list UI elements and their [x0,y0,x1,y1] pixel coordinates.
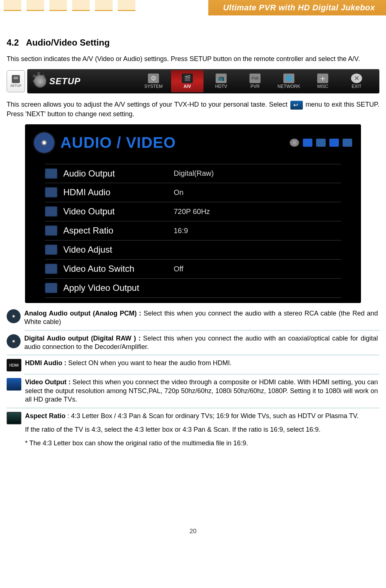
av-setting-row[interactable]: Video Adjust [45,240,341,260]
desc-title: HDMI Audio : [25,359,68,367]
top-item-label: A/V [184,84,191,89]
setup-key-label: SETUP [10,84,21,88]
misc-icon [317,74,328,83]
setup-logo-label: SETUP [49,76,81,86]
top-menu-item-system[interactable]: SYSTEM [137,70,170,92]
av-setting-row[interactable]: Aspect Ratio16:9 [45,221,341,240]
av-setting-row[interactable]: Audio OutputDigital(Raw) [45,164,341,183]
top-menu-item-pvr[interactable]: PVRPVR [239,70,271,92]
av-setting-row[interactable]: Apply Video Output [45,279,341,298]
top-menu-item-exit[interactable]: EXIT [340,70,373,92]
gear-icon [34,75,46,88]
desc-digital-audio: Digital Audio output (Digital RAW ) : Se… [7,333,379,353]
top-item-label: NETWORK [277,84,300,89]
setting-descriptions: Analog Audio output (Analog PCM) : Selec… [7,308,379,454]
header-title: Ultimate PVR with HD Digital Jukebox [223,3,375,13]
setting-label: Apply Video Output [63,283,174,293]
section-heading: 4.2 Audio/Video Setting [7,38,379,48]
page-header: Ultimate PVR with HD Digital Jukebox [0,0,386,15]
top-item-label: PVR [251,84,260,89]
disc-icon [34,132,54,153]
setup-logo: SETUP [34,75,81,88]
post-bar-paragraph: This screen allows you to adjust the A/V… [7,100,379,118]
desc-body: : 4:3 Letter Box / 4:3 Pan & Scan for or… [65,412,359,420]
audio-video-panel: AUDIO / VIDEO Audio OutputDigital(Raw)HD… [25,124,361,303]
header-accent-tabs [0,0,135,15]
top-item-label: MISC [317,84,328,89]
top-menu-item-network[interactable]: NETWORK [273,70,305,92]
desc-title: Aspect Ratio [25,412,65,420]
separator [7,407,379,409]
setting-label: HDMI Audio [63,187,174,197]
setting-icon [45,245,57,255]
header-tab [26,0,44,11]
setup-menu-figure: SETUP SETUP SYSTEMA/VHDTVPVRPVRNETWORKMI… [7,69,379,93]
top-menu-item-misc[interactable]: MISC [307,70,339,92]
setting-value: Off [174,265,183,273]
setting-label: Video Adjust [63,245,174,255]
top-item-label: HDTV [215,84,227,89]
prev-icon [303,139,312,147]
remote-setup-key: SETUP [7,70,25,92]
header-tab [95,0,113,11]
desc-title: Digital Audio output (Digital RAW ) : [24,335,143,342]
exit-icon [351,74,362,83]
top-menu-item-av[interactable]: A/V [171,70,203,92]
desc-video-output: Video Output : Select this when you conn… [7,377,379,405]
header-tab [118,0,135,11]
folder-small-icon [343,139,352,147]
av-setting-row[interactable]: Video Output720P 60Hz [45,202,341,221]
intro-paragraph: This section indicates the A/V (Video or… [7,54,379,63]
monitor-icon [7,378,21,391]
top-item-label: SYSTEM [144,84,162,89]
desc-body: Select this when you connect the video t… [25,378,378,403]
setting-icon [45,264,57,274]
desc-body: Select ON when you want to hear the audi… [68,359,231,367]
post-bar-text-1: This screen allows you to adjust the A/V… [7,101,287,108]
setting-value: 16:9 [174,227,188,235]
tv-icon [7,412,21,424]
separator [7,354,379,356]
header-tab [49,0,67,11]
desc-body-2: If the ratio of the TV is 4:3, select th… [25,425,378,434]
setting-label: Aspect Ratio [63,225,174,236]
setting-label: Audio Output [63,168,174,179]
av-panel-title: AUDIO / VIDEO [60,134,176,152]
header-title-wrap: Ultimate PVR with HD Digital Jukebox [208,0,386,15]
desc-title: Video Output : [25,378,72,386]
av-icon [182,74,193,83]
desc-body-3: * The 4:3 Letter box can show the origin… [25,439,378,448]
system-icon [148,74,159,83]
separator [24,330,379,331]
setup-top-menu: SETUP SYSTEMA/VHDTVPVRPVRNETWORKMISCEXIT [27,69,379,93]
desc-hdmi-audio: HDMI HDMI Audio : Select ON when you wan… [7,358,379,371]
next-icon [329,139,339,147]
page-number: 20 [7,528,379,539]
av-title-row: AUDIO / VIDEO [30,129,356,164]
setting-value: Digital(Raw) [174,169,214,178]
setting-icon [45,225,57,236]
audio-output-icon [7,334,21,348]
disc-small-icon [316,139,326,147]
desc-analog-audio: Analog Audio output (Analog PCM) : Selec… [7,308,379,328]
setting-icon [45,206,57,217]
setting-icon [45,168,57,179]
top-menu-item-hdtv[interactable]: HDTV [205,70,237,92]
setting-label: Video Output [63,206,174,217]
setting-icon [45,283,57,293]
setup-key-icon [12,75,20,83]
av-setting-row[interactable]: Video Auto SwitchOff [45,260,341,279]
section-title: Audio/Video Setting [26,38,110,47]
desc-aspect-ratio: Aspect Ratio : 4:3 Letter Box / 4:3 Pan … [7,411,379,454]
pvr-icon: PVR [249,74,261,83]
nav-hint-icons [290,139,352,147]
setting-icon [45,187,57,197]
exit-inline-icon [290,101,303,110]
desc-title: Analog Audio output (Analog PCM) : [24,310,144,317]
audio-output-icon [7,309,21,323]
av-settings-list: Audio OutputDigital(Raw)HDMI AudioOnVide… [45,164,341,298]
setting-value: 720P 60Hz [174,207,210,216]
separator [24,374,379,375]
header-tab [4,0,21,11]
av-setting-row[interactable]: HDMI AudioOn [45,183,341,202]
